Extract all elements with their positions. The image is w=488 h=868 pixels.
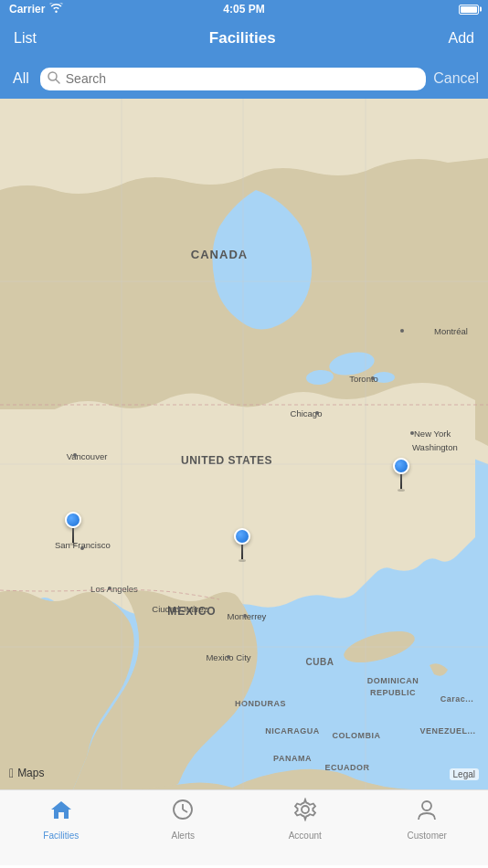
tab-alerts[interactable]: Alerts [122, 796, 245, 842]
svg-point-28 [410, 431, 414, 435]
tab-facilities-label: Facilities [43, 831, 79, 841]
nav-title: Facilities [209, 29, 276, 48]
svg-line-50 [183, 810, 187, 812]
battery-icon [459, 5, 479, 15]
tab-customer[interactable]: Customer [366, 796, 489, 842]
svg-text:HONDURAS: HONDURAS [235, 699, 286, 708]
svg-text:Montréal: Montréal [434, 326, 468, 336]
carrier-label: Carrier [9, 3, 45, 16]
tab-customer-label: Customer [408, 831, 447, 841]
svg-text:Monterrey: Monterrey [228, 611, 267, 621]
map-pin-central[interactable] [234, 528, 250, 562]
svg-point-22 [227, 655, 230, 659]
svg-point-31 [400, 329, 404, 333]
map-pin-montreal[interactable] [393, 458, 409, 492]
svg-line-1 [56, 79, 59, 83]
wifi-icon [49, 3, 63, 16]
svg-text:CUBA: CUBA [306, 657, 334, 667]
svg-text:NICARAGUA: NICARAGUA [265, 726, 320, 736]
svg-text:Carac...: Carac... [440, 694, 474, 704]
cancel-button[interactable]: Cancel [433, 70, 479, 87]
tab-alerts-label: Alerts [171, 831, 195, 841]
maps-watermark:  Maps [9, 766, 44, 780]
svg-point-24 [315, 411, 319, 415]
svg-text:Los Angeles: Los Angeles [90, 584, 138, 594]
status-right [459, 5, 479, 15]
status-left: Carrier [9, 3, 63, 16]
search-input[interactable] [66, 71, 419, 86]
svg-point-18 [177, 607, 181, 610]
person-icon [415, 798, 439, 828]
all-filter-button[interactable]: All [9, 70, 33, 87]
apple-logo-icon:  [9, 766, 14, 780]
status-time: 4:05 PM [223, 3, 264, 16]
svg-point-51 [302, 806, 309, 813]
search-icon [48, 71, 60, 87]
svg-text:UNITED STATES: UNITED STATES [181, 454, 272, 467]
svg-point-14 [80, 546, 84, 550]
search-bar: All Cancel [0, 58, 488, 99]
map-pin-sf[interactable] [65, 512, 81, 545]
svg-text:Vancouver: Vancouver [67, 451, 108, 461]
tab-facilities[interactable]: Facilities [0, 796, 122, 842]
svg-text:PANAMA: PANAMA [273, 754, 312, 763]
svg-text:DOMINICAN: DOMINICAN [367, 676, 419, 685]
gear-icon [293, 798, 317, 828]
svg-text:COLOMBIA: COLOMBIA [333, 731, 381, 740]
tab-account-label: Account [289, 831, 322, 841]
svg-text:Washington: Washington [412, 442, 458, 452]
search-input-wrap [40, 68, 426, 90]
list-button[interactable]: List [14, 30, 37, 47]
map-area: CANADA UNITED STATES MEXICO CUBA Vancouv… [0, 99, 488, 789]
svg-text:New York: New York [414, 429, 451, 439]
svg-point-20 [243, 614, 247, 618]
svg-point-52 [422, 801, 431, 810]
status-bar: Carrier 4:05 PM [0, 0, 488, 18]
svg-text:VENEZUEL...: VENEZUEL... [419, 726, 475, 736]
svg-text:ECUADOR: ECUADOR [324, 763, 369, 772]
tab-account[interactable]: Account [244, 796, 366, 842]
svg-text:REPUBLIC: REPUBLIC [370, 688, 416, 697]
clock-icon [171, 798, 195, 828]
maps-label: Maps [17, 767, 44, 779]
tab-bar: Facilities Alerts Account [0, 789, 488, 865]
nav-bar: List Facilities Add [0, 18, 488, 58]
house-icon [49, 798, 73, 828]
legal-button[interactable]: Legal [450, 768, 479, 780]
svg-text:CANADA: CANADA [191, 248, 248, 261]
svg-point-26 [371, 376, 375, 380]
svg-point-12 [73, 453, 77, 457]
add-button[interactable]: Add [449, 30, 474, 47]
